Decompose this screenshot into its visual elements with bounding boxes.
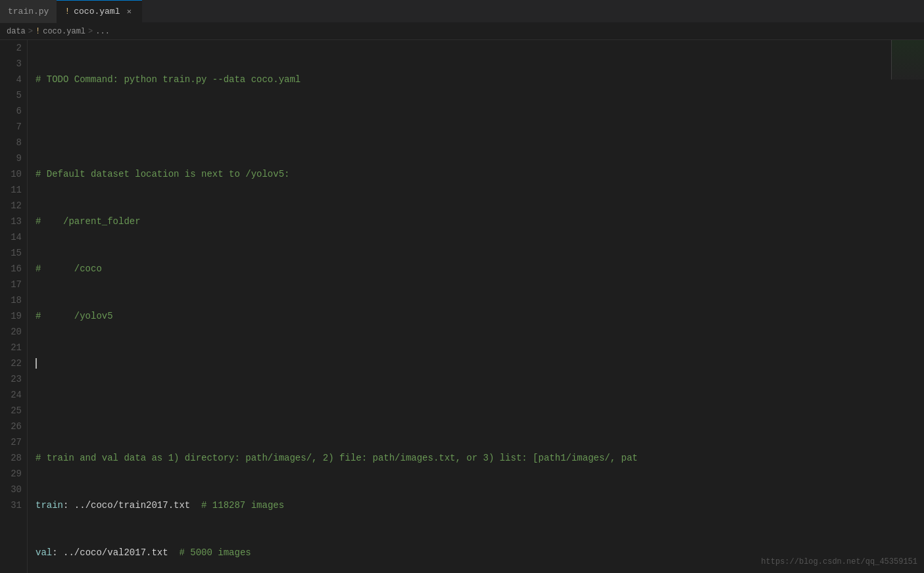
tab-bar: train.py ! coco.yaml ✕ <box>0 0 924 23</box>
breadcrumb-ellipsis: ... <box>95 27 110 36</box>
code-line-7: # /yolov5 <box>36 308 924 324</box>
code-line-6: # /coco <box>36 261 924 277</box>
breadcrumb-sep1: > <box>28 27 33 36</box>
breadcrumb: data > ! coco.yaml > ... <box>0 23 924 40</box>
code-line-4: # Default dataset location is next to /y… <box>36 166 924 182</box>
code-line-2: # TODO Command: python train.py --data c… <box>36 72 924 87</box>
tab-coco-label: coco.yaml <box>74 7 120 16</box>
tab-train[interactable]: train.py <box>0 0 57 23</box>
code-line-10: # train and val data as 1) directory: pa… <box>36 450 924 466</box>
breadcrumb-warn-icon: ! <box>36 27 40 36</box>
minimap-content <box>892 40 924 80</box>
breadcrumb-coco: coco.yaml <box>43 27 85 36</box>
code-content[interactable]: # TODO Command: python train.py --data c… <box>28 40 924 573</box>
warning-icon: ! <box>64 7 70 16</box>
breadcrumb-data: data <box>7 27 26 36</box>
code-line-9 <box>36 403 924 419</box>
close-icon[interactable]: ✕ <box>124 7 134 17</box>
code-line-11: train: ../coco/train2017.txt # 118287 im… <box>36 497 924 513</box>
code-line-3 <box>36 119 924 135</box>
code-container: 2 3 4 5 6 7 8 9 10 11 12 13 14 15 16 17 … <box>0 40 924 573</box>
tab-train-label: train.py <box>8 7 49 16</box>
watermark: https://blog.csdn.net/qq_45359151 <box>761 557 917 566</box>
breadcrumb-sep2: > <box>88 27 93 36</box>
code-line-5: # /parent_folder <box>36 214 924 229</box>
code-line-8 <box>36 355 924 371</box>
tab-coco[interactable]: ! coco.yaml ✕ <box>57 0 142 23</box>
minimap-thumbnail <box>891 40 924 80</box>
line-numbers: 2 3 4 5 6 7 8 9 10 11 12 13 14 15 16 17 … <box>0 40 28 573</box>
